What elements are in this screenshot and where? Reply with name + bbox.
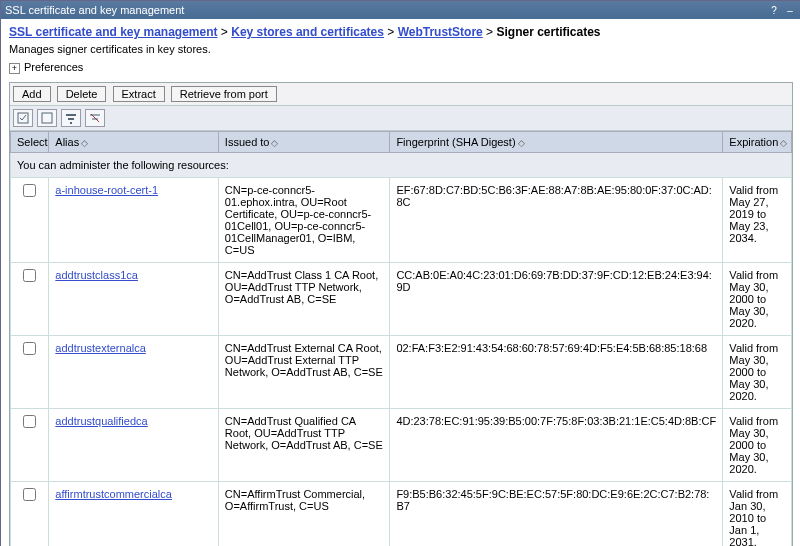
table-row: a-inhouse-root-cert-1CN=p-ce-conncr5-01.…	[11, 178, 792, 263]
svg-rect-3	[68, 118, 74, 120]
breadcrumb-link-keystores[interactable]: Key stores and certificates	[231, 25, 384, 39]
alias-link[interactable]: affirmtrustcommercialca	[55, 488, 172, 500]
help-icon[interactable]: ?	[767, 3, 781, 17]
alias-link[interactable]: addtrustclass1ca	[55, 269, 138, 281]
issued-to-cell: CN=AffirmTrust Commercial, O=AffirmTrust…	[218, 482, 390, 547]
preferences-label: Preferences	[24, 61, 83, 73]
fingerprint-cell: CC:AB:0E:A0:4C:23:01:D6:69:7B:DD:37:9F:C…	[390, 263, 723, 336]
clear-filter-icon[interactable]	[85, 109, 105, 127]
breadcrumb-link-webtruststore[interactable]: WebTrustStore	[398, 25, 483, 39]
fingerprint-cell: 02:FA:F3:E2:91:43:54:68:60:78:57:69:4D:F…	[390, 336, 723, 409]
svg-rect-1	[42, 113, 52, 123]
col-header-alias[interactable]: Alias◇	[49, 132, 219, 153]
svg-rect-4	[70, 122, 72, 124]
add-button[interactable]: Add	[13, 86, 51, 102]
signer-certificates-table: Select Alias◇ Issued to◇ Fingerprint (SH…	[10, 131, 792, 546]
sort-icon[interactable]: ◇	[780, 138, 787, 148]
sort-icon[interactable]: ◇	[81, 138, 88, 148]
expiration-cell: Valid from May 27, 2019 to May 23, 2034.	[723, 178, 792, 263]
row-select-checkbox[interactable]	[23, 269, 36, 282]
col-header-expiration[interactable]: Expiration◇	[723, 132, 792, 153]
expiration-cell: Valid from May 30, 2000 to May 30, 2020.	[723, 409, 792, 482]
expiration-cell: Valid from Jan 30, 2010 to Jan 1, 2031.	[723, 482, 792, 547]
page-description: Manages signer certificates in key store…	[9, 43, 793, 55]
table-row: affirmtrustcommercialcaCN=AffirmTrust Co…	[11, 482, 792, 547]
retrieve-button[interactable]: Retrieve from port	[171, 86, 277, 102]
titlebar: SSL certificate and key management ? –	[1, 1, 800, 19]
deselect-all-icon[interactable]	[37, 109, 57, 127]
alias-link[interactable]: addtrustqualifiedca	[55, 415, 147, 427]
issued-to-cell: CN=AddTrust External CA Root, OU=AddTrus…	[218, 336, 390, 409]
issued-to-cell: CN=AddTrust Qualified CA Root, OU=AddTru…	[218, 409, 390, 482]
admin-resources-message: You can administer the following resourc…	[11, 153, 792, 178]
filter-icon[interactable]	[61, 109, 81, 127]
alias-link[interactable]: addtrustexternalca	[55, 342, 146, 354]
table-row: addtrustclass1caCN=AddTrust Class 1 CA R…	[11, 263, 792, 336]
breadcrumb-link-ssl[interactable]: SSL certificate and key management	[9, 25, 218, 39]
expiration-cell: Valid from May 30, 2000 to May 30, 2020.	[723, 263, 792, 336]
extract-button[interactable]: Extract	[113, 86, 165, 102]
table-row: addtrustqualifiedcaCN=AddTrust Qualified…	[11, 409, 792, 482]
panel-title: SSL certificate and key management	[5, 4, 765, 16]
minimize-icon[interactable]: –	[783, 3, 797, 17]
fingerprint-cell: EF:67:8D:C7:BD:5C:B6:3F:AE:88:A7:8B:AE:9…	[390, 178, 723, 263]
preferences-toggle[interactable]: +Preferences	[9, 61, 793, 74]
sort-icon[interactable]: ◇	[271, 138, 278, 148]
row-select-checkbox[interactable]	[23, 184, 36, 197]
row-select-checkbox[interactable]	[23, 415, 36, 428]
col-header-fingerprint[interactable]: Fingerprint (SHA Digest)◇	[390, 132, 723, 153]
svg-rect-2	[66, 114, 76, 116]
delete-button[interactable]: Delete	[57, 86, 107, 102]
fingerprint-cell: F9:B5:B6:32:45:5F:9C:BE:EC:57:5F:80:DC:E…	[390, 482, 723, 547]
issued-to-cell: CN=AddTrust Class 1 CA Root, OU=AddTrust…	[218, 263, 390, 336]
row-select-checkbox[interactable]	[23, 342, 36, 355]
col-header-select: Select	[11, 132, 49, 153]
expiration-cell: Valid from May 30, 2000 to May 30, 2020.	[723, 336, 792, 409]
select-all-icon[interactable]	[13, 109, 33, 127]
alias-link[interactable]: a-inhouse-root-cert-1	[55, 184, 158, 196]
row-select-checkbox[interactable]	[23, 488, 36, 501]
sort-icon[interactable]: ◇	[518, 138, 525, 148]
table-toolbar	[10, 106, 792, 131]
col-header-issued[interactable]: Issued to◇	[218, 132, 390, 153]
action-button-row: Add Delete Extract Retrieve from port	[10, 83, 792, 106]
breadcrumb: SSL certificate and key management > Key…	[9, 25, 793, 39]
table-row: addtrustexternalcaCN=AddTrust External C…	[11, 336, 792, 409]
issued-to-cell: CN=p-ce-conncr5-01.ephox.intra, OU=Root …	[218, 178, 390, 263]
breadcrumb-current: Signer certificates	[496, 25, 600, 39]
fingerprint-cell: 4D:23:78:EC:91:95:39:B5:00:7F:75:8F:03:3…	[390, 409, 723, 482]
expand-icon[interactable]: +	[9, 63, 20, 74]
